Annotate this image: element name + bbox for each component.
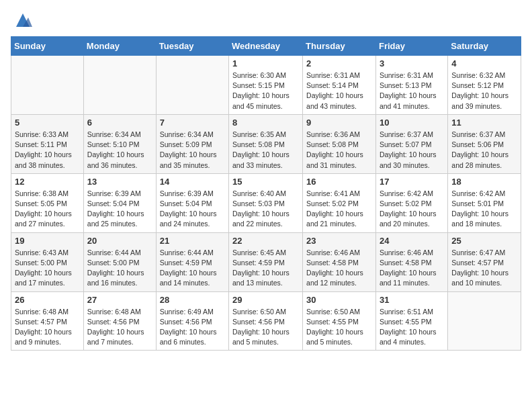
day-info: Sunrise: 6:49 AM Sunset: 4:56 PM Dayligh…: [160, 307, 225, 348]
day-info: Sunrise: 6:37 AM Sunset: 5:06 PM Dayligh…: [451, 130, 517, 171]
day-number: 20: [87, 236, 152, 246]
day-cell: 9Sunrise: 6:36 AM Sunset: 5:08 PM Daylig…: [303, 114, 376, 173]
day-number: 31: [380, 295, 444, 305]
day-number: 6: [87, 118, 152, 128]
day-number: 27: [87, 295, 152, 305]
day-number: 26: [15, 295, 80, 305]
day-info: Sunrise: 6:45 AM Sunset: 4:59 PM Dayligh…: [232, 248, 299, 289]
day-number: 22: [232, 236, 299, 246]
page-header: [11, 11, 521, 30]
day-cell: [448, 291, 521, 351]
day-cell: 29Sunrise: 6:50 AM Sunset: 4:56 PM Dayli…: [229, 291, 303, 351]
day-info: Sunrise: 6:35 AM Sunset: 5:08 PM Dayligh…: [232, 130, 299, 171]
day-cell: 21Sunrise: 6:44 AM Sunset: 4:59 PM Dayli…: [156, 232, 228, 291]
day-info: Sunrise: 6:33 AM Sunset: 5:11 PM Dayligh…: [15, 130, 80, 171]
day-number: 16: [306, 177, 372, 187]
day-info: Sunrise: 6:51 AM Sunset: 4:55 PM Dayligh…: [380, 307, 444, 348]
day-cell: 7Sunrise: 6:34 AM Sunset: 5:09 PM Daylig…: [156, 114, 228, 173]
day-cell: 30Sunrise: 6:50 AM Sunset: 4:55 PM Dayli…: [303, 291, 376, 351]
day-info: Sunrise: 6:42 AM Sunset: 5:02 PM Dayligh…: [380, 189, 444, 230]
day-cell: 31Sunrise: 6:51 AM Sunset: 4:55 PM Dayli…: [375, 291, 447, 351]
day-number: 24: [380, 236, 444, 246]
day-cell: 3Sunrise: 6:31 AM Sunset: 5:13 PM Daylig…: [375, 56, 447, 115]
header-cell: Tuesday: [156, 37, 228, 56]
day-cell: 27Sunrise: 6:48 AM Sunset: 4:56 PM Dayli…: [83, 291, 156, 351]
day-number: 29: [232, 295, 299, 305]
day-cell: 19Sunrise: 6:43 AM Sunset: 5:00 PM Dayli…: [11, 232, 84, 291]
day-cell: 1Sunrise: 6:30 AM Sunset: 5:15 PM Daylig…: [229, 56, 303, 115]
day-number: 5: [15, 118, 80, 128]
week-row: 5Sunrise: 6:33 AM Sunset: 5:11 PM Daylig…: [11, 114, 521, 173]
day-cell: 17Sunrise: 6:42 AM Sunset: 5:02 PM Dayli…: [375, 173, 447, 232]
day-number: 30: [306, 295, 372, 305]
day-number: 25: [451, 236, 517, 246]
day-info: Sunrise: 6:43 AM Sunset: 5:00 PM Dayligh…: [15, 248, 80, 289]
day-cell: 12Sunrise: 6:38 AM Sunset: 5:05 PM Dayli…: [11, 173, 84, 232]
week-row: 19Sunrise: 6:43 AM Sunset: 5:00 PM Dayli…: [11, 232, 521, 291]
day-info: Sunrise: 6:44 AM Sunset: 4:59 PM Dayligh…: [160, 248, 225, 289]
day-cell: [156, 56, 228, 115]
header-cell: Wednesday: [229, 37, 303, 56]
week-row: 1Sunrise: 6:30 AM Sunset: 5:15 PM Daylig…: [11, 56, 521, 115]
day-cell: 16Sunrise: 6:41 AM Sunset: 5:02 PM Dayli…: [303, 173, 376, 232]
day-info: Sunrise: 6:41 AM Sunset: 5:02 PM Dayligh…: [306, 189, 372, 230]
day-number: 3: [380, 58, 444, 68]
logo-icon: [13, 11, 32, 30]
day-cell: 11Sunrise: 6:37 AM Sunset: 5:06 PM Dayli…: [448, 114, 521, 173]
day-cell: [83, 56, 156, 115]
day-number: 1: [232, 58, 299, 68]
day-cell: 22Sunrise: 6:45 AM Sunset: 4:59 PM Dayli…: [229, 232, 303, 291]
day-cell: 24Sunrise: 6:46 AM Sunset: 4:58 PM Dayli…: [375, 232, 447, 291]
day-number: 9: [306, 118, 372, 128]
day-info: Sunrise: 6:31 AM Sunset: 5:14 PM Dayligh…: [306, 71, 372, 111]
day-cell: 18Sunrise: 6:42 AM Sunset: 5:01 PM Dayli…: [448, 173, 521, 232]
day-number: 2: [306, 58, 372, 68]
day-info: Sunrise: 6:39 AM Sunset: 5:04 PM Dayligh…: [87, 189, 152, 230]
day-info: Sunrise: 6:34 AM Sunset: 5:09 PM Dayligh…: [160, 130, 225, 171]
day-info: Sunrise: 6:46 AM Sunset: 4:58 PM Dayligh…: [380, 248, 444, 289]
day-info: Sunrise: 6:46 AM Sunset: 4:58 PM Dayligh…: [306, 248, 372, 289]
day-info: Sunrise: 6:36 AM Sunset: 5:08 PM Dayligh…: [306, 130, 372, 171]
day-number: 17: [380, 177, 444, 187]
day-cell: 14Sunrise: 6:39 AM Sunset: 5:04 PM Dayli…: [156, 173, 228, 232]
day-info: Sunrise: 6:48 AM Sunset: 4:56 PM Dayligh…: [87, 307, 152, 348]
day-number: 11: [451, 118, 517, 128]
day-cell: 2Sunrise: 6:31 AM Sunset: 5:14 PM Daylig…: [303, 56, 376, 115]
day-info: Sunrise: 6:47 AM Sunset: 4:57 PM Dayligh…: [451, 248, 517, 289]
calendar-table: SundayMondayTuesdayWednesdayThursdayFrid…: [11, 36, 521, 351]
week-row: 26Sunrise: 6:48 AM Sunset: 4:57 PM Dayli…: [11, 291, 521, 351]
day-cell: 6Sunrise: 6:34 AM Sunset: 5:10 PM Daylig…: [83, 114, 156, 173]
day-info: Sunrise: 6:50 AM Sunset: 4:55 PM Dayligh…: [306, 307, 372, 348]
day-info: Sunrise: 6:37 AM Sunset: 5:07 PM Dayligh…: [380, 130, 444, 171]
day-info: Sunrise: 6:30 AM Sunset: 5:15 PM Dayligh…: [232, 71, 299, 111]
day-info: Sunrise: 6:48 AM Sunset: 4:57 PM Dayligh…: [15, 307, 80, 348]
day-number: 7: [160, 118, 225, 128]
day-number: 15: [232, 177, 299, 187]
day-number: 10: [380, 118, 444, 128]
day-cell: 28Sunrise: 6:49 AM Sunset: 4:56 PM Dayli…: [156, 291, 228, 351]
day-info: Sunrise: 6:44 AM Sunset: 5:00 PM Dayligh…: [87, 248, 152, 289]
day-info: Sunrise: 6:50 AM Sunset: 4:56 PM Dayligh…: [232, 307, 299, 348]
day-cell: 23Sunrise: 6:46 AM Sunset: 4:58 PM Dayli…: [303, 232, 376, 291]
day-cell: 5Sunrise: 6:33 AM Sunset: 5:11 PM Daylig…: [11, 114, 84, 173]
header-cell: Sunday: [11, 37, 84, 56]
header-cell: Friday: [375, 37, 447, 56]
day-info: Sunrise: 6:40 AM Sunset: 5:03 PM Dayligh…: [232, 189, 299, 230]
day-info: Sunrise: 6:31 AM Sunset: 5:13 PM Dayligh…: [380, 71, 444, 111]
day-cell: 8Sunrise: 6:35 AM Sunset: 5:08 PM Daylig…: [229, 114, 303, 173]
day-cell: 4Sunrise: 6:32 AM Sunset: 5:12 PM Daylig…: [448, 56, 521, 115]
day-info: Sunrise: 6:39 AM Sunset: 5:04 PM Dayligh…: [160, 189, 225, 230]
day-cell: 25Sunrise: 6:47 AM Sunset: 4:57 PM Dayli…: [448, 232, 521, 291]
day-number: 23: [306, 236, 372, 246]
header-cell: Saturday: [448, 37, 521, 56]
day-number: 19: [15, 236, 80, 246]
day-cell: 10Sunrise: 6:37 AM Sunset: 5:07 PM Dayli…: [375, 114, 447, 173]
day-number: 12: [15, 177, 80, 187]
header-row: SundayMondayTuesdayWednesdayThursdayFrid…: [11, 37, 521, 56]
day-cell: 20Sunrise: 6:44 AM Sunset: 5:00 PM Dayli…: [83, 232, 156, 291]
day-info: Sunrise: 6:34 AM Sunset: 5:10 PM Dayligh…: [87, 130, 152, 171]
day-info: Sunrise: 6:32 AM Sunset: 5:12 PM Dayligh…: [451, 71, 517, 111]
logo: [11, 11, 32, 30]
day-cell: 13Sunrise: 6:39 AM Sunset: 5:04 PM Dayli…: [83, 173, 156, 232]
day-number: 4: [451, 58, 517, 68]
